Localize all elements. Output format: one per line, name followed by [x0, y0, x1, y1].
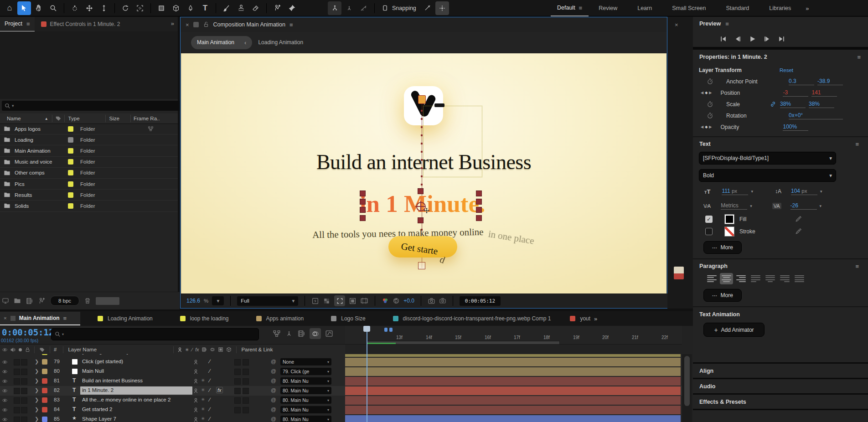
kerning-dropdown-icon[interactable]: ▾ [750, 204, 752, 208]
add-animator-button[interactable]: +Add Animator [703, 323, 765, 337]
solo-switch[interactable] [14, 369, 20, 375]
lock-switch[interactable] [21, 397, 27, 404]
pick-whip-icon[interactable]: @ [271, 359, 276, 364]
expand-chevron[interactable]: ❯ [35, 359, 39, 365]
timeline-tab-loading-animation[interactable]: Loading Animation [98, 315, 153, 322]
project-row-solids[interactable]: Solids Folder [0, 201, 178, 211]
expand-chevron[interactable]: ❯ [35, 397, 39, 403]
quality-switch[interactable]: ∕ [209, 368, 210, 374]
exposure-icon[interactable] [393, 297, 400, 304]
rectangle-tool[interactable] [155, 1, 168, 15]
parent-dropdown[interactable]: 80. Main Nu▾ [280, 377, 331, 385]
transparency-grid-icon[interactable] [323, 297, 331, 305]
dolly-camera-tool[interactable] [97, 1, 111, 15]
layer-name[interactable]: All the...e money online in one place 2 [82, 397, 192, 402]
solo-switch[interactable] [14, 378, 20, 385]
shy-switch[interactable] [193, 398, 198, 403]
color-depth-button[interactable]: 8 bpc [50, 296, 79, 306]
eye-icon[interactable] [2, 417, 8, 422]
solo-switch[interactable] [14, 388, 20, 394]
timeline-tab-apps-animation[interactable]: Apps animation [256, 315, 304, 322]
layer-duration-bar[interactable] [345, 367, 681, 376]
selection-handle[interactable] [418, 217, 424, 223]
label-chip[interactable] [68, 159, 73, 165]
cube-tool[interactable] [169, 1, 183, 15]
draft-3d-icon[interactable] [285, 329, 293, 338]
shy-switch[interactable] [193, 388, 198, 393]
quality-switch[interactable]: ∕ [209, 358, 210, 365]
stroke-color-swatch[interactable] [724, 226, 734, 237]
trash-icon[interactable] [84, 297, 91, 304]
parent-dropdown[interactable]: 80. Main Nu▾ [280, 396, 331, 404]
switch-cell[interactable] [234, 388, 241, 394]
project-row-loading[interactable]: Loading Folder [0, 134, 178, 145]
switch-cell[interactable] [234, 359, 241, 365]
justify-last-left-button[interactable] [749, 273, 762, 284]
mask-visibility-icon[interactable] [349, 297, 356, 305]
graph-editor-icon[interactable] [325, 329, 333, 338]
justify-all-button[interactable] [793, 273, 806, 284]
region-of-interest-button[interactable] [334, 295, 345, 306]
fast-previews-icon[interactable] [311, 297, 319, 305]
label-chip[interactable] [42, 369, 47, 374]
comp-marker[interactable] [389, 328, 393, 332]
solo-switch[interactable] [14, 397, 20, 404]
snapshot-icon[interactable] [428, 297, 435, 305]
project-row-music-and-voice[interactable]: Music and voice Folder [0, 157, 178, 168]
lock-switch[interactable] [21, 407, 27, 413]
timeline-ruler[interactable]: 13f 14f 15f 16f 17f 18f 19f 20f 21f 22f [345, 326, 682, 345]
justify-last-right-button[interactable] [778, 273, 791, 284]
expand-chevron[interactable]: ❯ [35, 378, 39, 384]
parent-dropdown[interactable]: 80. Main Nu▾ [280, 387, 331, 394]
scale-x-value[interactable]: 38% [780, 101, 806, 108]
effects-presets-panel-header[interactable]: Effects & Presets [693, 395, 868, 409]
position-y-value[interactable]: 141 [811, 89, 837, 97]
parent-dropdown[interactable]: 80. Main Nu▾ [280, 406, 331, 413]
column-name[interactable]: Name [7, 116, 21, 121]
workspace-learn[interactable]: Learn [627, 5, 662, 11]
selection-handle[interactable] [476, 190, 482, 196]
shy-switch[interactable] [193, 360, 198, 365]
last-frame-button[interactable] [778, 35, 785, 43]
play-button[interactable] [749, 35, 756, 43]
tracking-value[interactable]: -26 [790, 202, 817, 210]
zoom-tool[interactable] [46, 1, 60, 15]
align-panel-header[interactable]: Align [693, 364, 868, 378]
type-tool[interactable]: T [198, 1, 212, 15]
text-more-button[interactable]: •••More [703, 241, 742, 254]
panel-menu-icon[interactable]: ≡ [857, 54, 861, 61]
switch-cell[interactable] [234, 378, 241, 385]
keyframe-dot[interactable] [421, 184, 423, 185]
panel-overflow-chevrons[interactable]: » [171, 20, 174, 27]
world-axis-mode[interactable] [342, 1, 356, 15]
panel-menu-icon[interactable]: ≡ [26, 21, 30, 27]
collapse-switch[interactable]: ✳ [201, 397, 205, 402]
timeline-tab-main-animation[interactable]: × Main Animation ≡ [0, 312, 80, 325]
switch-cell[interactable] [243, 407, 249, 413]
snap-crosshair-button[interactable] [435, 1, 449, 15]
pick-whip-icon[interactable]: @ [271, 387, 276, 393]
layer-duration-bar[interactable] [345, 406, 681, 414]
snapping-toggle[interactable]: Snapping [382, 5, 416, 11]
solo-switch[interactable] [14, 407, 20, 413]
keyframe-dot[interactable] [421, 126, 423, 128]
stroke-checkbox[interactable] [705, 228, 713, 235]
layer-name[interactable]: Get started 2 [82, 407, 112, 412]
resolution-dropdown[interactable]: Full▾ [237, 296, 298, 306]
selection-handle[interactable] [476, 215, 482, 221]
workspace-standard[interactable]: Standard [716, 5, 760, 11]
shy-switch[interactable] [193, 369, 198, 374]
eye-icon[interactable] [2, 407, 8, 413]
kerning-value[interactable]: Metrics [721, 202, 747, 210]
pen-tool[interactable] [184, 1, 197, 15]
solo-switch[interactable] [14, 359, 20, 365]
selection-tool[interactable] [17, 1, 31, 15]
rotation-tool[interactable] [119, 1, 132, 15]
next-frame-button[interactable] [763, 35, 771, 43]
solo-switch[interactable] [14, 417, 20, 422]
layer-duration-bar[interactable] [345, 377, 681, 386]
position-x-value[interactable]: -3 [783, 89, 808, 97]
project-scrollbar-thumb[interactable] [96, 297, 119, 305]
camera-tool[interactable] [133, 1, 147, 15]
pick-whip-icon[interactable]: @ [271, 407, 276, 412]
